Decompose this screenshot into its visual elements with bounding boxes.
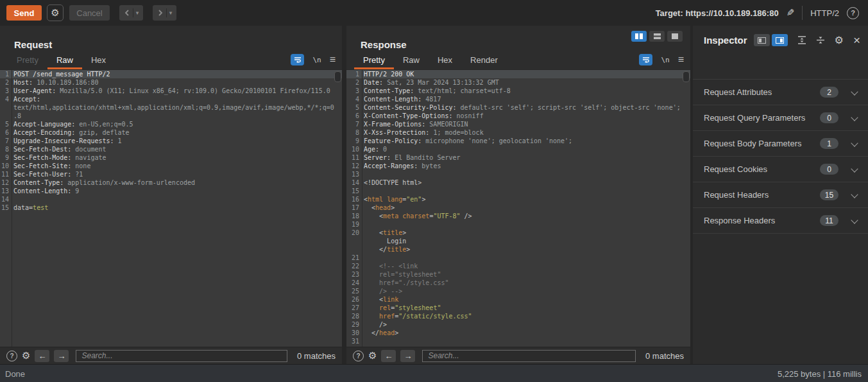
response-editor[interactable]: 1HTTP/2 200 OK2Date: Sat, 23 Mar 2024 13… — [346, 69, 690, 347]
tab-raw[interactable]: Raw — [47, 55, 82, 69]
code-line: 15 — [346, 187, 690, 195]
edit-target-icon[interactable]: ✎ — [787, 7, 795, 19]
line-number: 12 — [0, 178, 9, 187]
inspector-section-request-query-parameters[interactable]: Request Query Parameters0 — [693, 105, 868, 130]
help-icon[interactable]: ? — [847, 7, 859, 19]
status-bar: Done 5,225 bytes | 116 millis — [0, 364, 868, 382]
line-number: 27 — [346, 304, 359, 312]
layout-rows-button[interactable] — [649, 31, 665, 42]
inspector-section-response-headers[interactable]: Response Headers11 — [693, 207, 868, 234]
cancel-button[interactable]: Cancel — [69, 5, 110, 21]
code-line: 14 — [0, 195, 342, 204]
search-next-button[interactable]: → — [400, 350, 415, 362]
editor-menu-button[interactable]: ≡ — [678, 54, 684, 65]
line-number: 11 — [0, 170, 9, 178]
inspector-settings-button[interactable]: ⚙ — [835, 34, 844, 46]
send-button[interactable]: Send — [6, 5, 42, 21]
layout-single-button[interactable] — [667, 31, 683, 42]
request-search-input[interactable] — [76, 350, 287, 362]
request-editor[interactable]: 1POST /send_message HTTP/22Host: 10.10.1… — [0, 69, 342, 347]
chevron-down-icon[interactable] — [851, 139, 858, 146]
line-number: 15 — [0, 204, 9, 212]
chevron-down-icon[interactable] — [851, 114, 858, 121]
show-newlines-button[interactable]: \n — [661, 56, 669, 64]
divider — [133, 8, 133, 17]
line-number: 13 — [346, 170, 359, 178]
inspector-close-button[interactable]: × — [853, 34, 860, 46]
code-line: 24 href="./style.css" — [346, 279, 690, 287]
editor-menu-button[interactable]: ≡ — [330, 54, 336, 65]
response-search-input[interactable] — [422, 350, 636, 362]
collapse-all-button[interactable] — [816, 36, 825, 44]
line-number: 7 — [0, 137, 9, 145]
response-panel: Response PrettyRawHexRender \n ≡ 1HTTP/2… — [346, 26, 690, 364]
code-line: 2Date: Sat, 23 Mar 2024 13:13:32 GMT — [346, 78, 690, 87]
inspector-dock-toggle — [754, 34, 788, 46]
section-label: Request Headers — [704, 182, 769, 207]
code-line: 18 <meta charset="UTF-8" /> — [346, 212, 690, 220]
line-number: 2 — [346, 78, 359, 87]
request-panel-title: Request — [14, 39, 52, 50]
caret-down-icon: ▾ — [169, 10, 173, 16]
chevron-down-icon[interactable] — [851, 216, 858, 223]
inspector-section-request-body-parameters[interactable]: Request Body Parameters1 — [693, 130, 868, 156]
word-wrap-icon — [642, 56, 650, 63]
search-help-icon[interactable]: ? — [6, 351, 17, 361]
tab-hex[interactable]: Hex — [429, 55, 461, 69]
line-number: 29 — [346, 320, 359, 329]
code-line: 19 — [346, 220, 690, 229]
request-scrollbar[interactable] — [334, 71, 341, 82]
word-wrap-icon — [294, 56, 302, 63]
response-panel-title: Response — [361, 39, 407, 50]
dock-left-button[interactable] — [754, 34, 770, 46]
code-line: 5Accept-Language: en-US,en;q=0.5 — [0, 120, 342, 128]
send-settings-button[interactable]: ⚙ — [47, 4, 64, 21]
section-label: Request Attributes — [704, 80, 772, 105]
inspector-sections: Request Attributes2Request Query Paramet… — [693, 79, 868, 234]
line-number — [346, 245, 359, 254]
tab-render[interactable]: Render — [461, 55, 507, 69]
response-stats: 5,225 bytes | 116 millis — [778, 369, 862, 379]
code-line: 27 rel="stylesheet" — [346, 304, 690, 312]
layout-columns-button[interactable] — [631, 31, 647, 42]
code-line: </title> — [346, 245, 690, 254]
chevron-left-icon — [124, 10, 130, 16]
code-line: 11Server: El Bandito Server — [346, 153, 690, 162]
section-count-badge: 1 — [820, 138, 838, 149]
show-newlines-button[interactable]: \n — [312, 56, 321, 64]
chevron-down-icon[interactable] — [851, 191, 858, 198]
search-prev-button[interactable]: ← — [35, 350, 49, 362]
code-line: 31 — [346, 337, 690, 345]
search-settings-icon[interactable]: ⚙ — [22, 350, 30, 361]
search-prev-button[interactable]: ← — [381, 350, 396, 362]
inspector-section-request-headers[interactable]: Request Headers15 — [693, 182, 868, 207]
search-help-icon[interactable]: ? — [353, 351, 364, 361]
line-number: 16 — [346, 195, 359, 204]
line-number: 20 — [346, 229, 359, 237]
forward-button-group[interactable]: ▾ — [153, 5, 176, 21]
word-wrap-button[interactable] — [639, 54, 652, 65]
expand-all-button[interactable] — [797, 36, 806, 44]
tab-hex[interactable]: Hex — [82, 55, 115, 69]
inspector-section-request-cookies[interactable]: Request Cookies0 — [693, 156, 868, 182]
top-toolbar: Send ⚙ Cancel ▾ ▾ Target: https://10.10.… — [0, 0, 868, 26]
dock-right-button[interactable] — [772, 34, 788, 46]
collapse-all-icon — [816, 36, 825, 44]
inspector-section-request-attributes[interactable]: Request Attributes2 — [693, 79, 868, 105]
line-number: 24 — [346, 279, 359, 287]
chevron-down-icon[interactable] — [851, 165, 858, 172]
word-wrap-button[interactable] — [291, 54, 304, 65]
search-settings-icon[interactable]: ⚙ — [368, 350, 377, 361]
line-number: 30 — [346, 329, 359, 337]
code-line: 11Sec-Fetch-User: ?1 — [0, 170, 342, 178]
section-label: Request Cookies — [704, 157, 767, 182]
tab-pretty[interactable]: Pretty — [354, 55, 394, 69]
back-button-group[interactable]: ▾ — [119, 5, 143, 21]
layout-buttons — [631, 31, 683, 42]
section-count-badge: 11 — [820, 215, 838, 226]
search-next-button[interactable]: → — [54, 350, 69, 362]
chevron-down-icon[interactable] — [851, 88, 858, 95]
code-line: 26 <link — [346, 295, 690, 304]
response-scrollbar[interactable] — [683, 71, 690, 82]
tab-raw[interactable]: Raw — [394, 55, 429, 69]
